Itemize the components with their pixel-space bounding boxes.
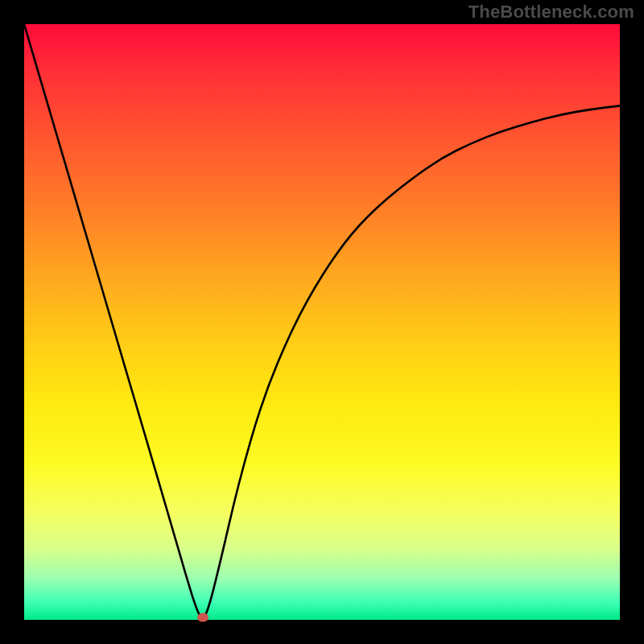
minimum-marker: [197, 613, 208, 622]
chart-frame: TheBottleneck.com: [0, 0, 644, 644]
curve-path: [24, 24, 620, 617]
watermark-text: TheBottleneck.com: [469, 2, 634, 23]
plot-area: [24, 24, 620, 620]
bottleneck-curve: [24, 24, 620, 620]
